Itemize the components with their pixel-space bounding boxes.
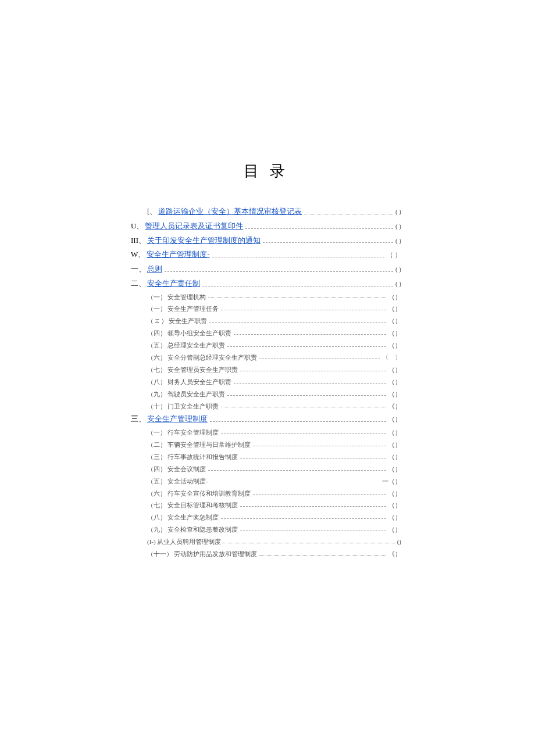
toc-leader: [240, 530, 386, 531]
toc-leader: [234, 382, 386, 384]
toc-label: 安全生产管理任务: [167, 303, 219, 315]
toc-prefix: （六）: [147, 352, 166, 364]
toc-entry: （三）行车事故统计和报告制度（）: [131, 451, 401, 463]
toc-entry[interactable]: U、管理人员记录表及证书复印件( ): [131, 219, 401, 234]
toc-entry[interactable]: 三、安全生产管理制度（）: [131, 412, 401, 427]
toc-page-ref: （）: [388, 499, 401, 511]
toc-page-ref: （）: [388, 511, 401, 524]
toc-entry[interactable]: 一、总则( ): [131, 262, 401, 277]
toc-leader: [259, 554, 386, 556]
toc-label: 领导小组安全生产职责: [167, 327, 231, 339]
toc-leader: [240, 506, 386, 507]
toc-entry[interactable]: III、关于印发安全生产管理制度的通知( ): [131, 234, 401, 248]
toc-prefix: 二、: [131, 277, 146, 291]
toc-prefix: （八）: [147, 376, 166, 388]
toc-entry[interactable]: 二、安全生产责任制( ): [131, 277, 401, 291]
toc-page-ref: （）: [388, 364, 401, 376]
toc-page-ref: （）: [388, 439, 401, 451]
toc-page-ref: （ ）: [387, 249, 401, 261]
toc-entry: （十）门卫安全生产职责《）: [131, 400, 401, 413]
toc-page-ref: （）: [388, 413, 401, 425]
toc-leader: [227, 346, 386, 347]
toc-entry: （四）安全会议制度（）: [131, 463, 401, 475]
toc-leader: [240, 457, 386, 458]
toc-prefix: （九）: [147, 388, 166, 400]
toc-prefix: (I-): [147, 536, 156, 548]
toc-label: 安全管理机构: [167, 291, 206, 303]
toc-prefix: 三、: [131, 412, 146, 427]
toc-page-ref: （）: [388, 339, 401, 352]
toc-leader: [263, 242, 393, 243]
toc-page-ref: （）: [388, 488, 401, 500]
toc-link[interactable]: 总则: [147, 262, 162, 277]
toc-link[interactable]: 安全生产管理制度-: [147, 248, 209, 262]
toc-page-ref: （）: [388, 388, 401, 400]
toc-entry[interactable]: W、安全生产管理制度-（ ）: [131, 248, 401, 262]
toc-leader: [259, 358, 380, 359]
toc-leader: [165, 271, 393, 272]
toc-page-ref: （）: [388, 451, 401, 463]
toc-leader: [221, 518, 386, 519]
toc-label: 安全生产职责: [169, 315, 207, 327]
toc-entry: （八）安全生产奖惩制度（）: [131, 511, 401, 524]
toc-label: 财务人员安全生产职责: [167, 376, 231, 388]
toc-leader: [221, 406, 386, 407]
toc-leader: [211, 482, 380, 483]
toc-leader: [208, 297, 386, 298]
toc-leader: [212, 256, 385, 257]
toc-prefix: （一）: [147, 427, 166, 439]
toc-entry: （一）行车安全管理制度（）: [131, 427, 401, 439]
toc-prefix: [、: [147, 205, 157, 219]
toc-entry: （六）行车安全宣传和培训教育制度（）: [131, 488, 401, 500]
toc-label: 安全会议制度: [167, 463, 206, 475]
page-title: 目 录: [131, 161, 401, 181]
toc-entry: （七）安全目标管理和考核制度（）: [131, 499, 401, 511]
toc-container: [、道路运输企业（安全）基本情况审核登记表( )U、管理人员记录表及证书复印件(…: [131, 205, 401, 560]
toc-leader: [240, 370, 386, 371]
toc-link[interactable]: 安全生产责任制: [147, 277, 200, 291]
toc-link[interactable]: 管理人员记录表及证书复印件: [145, 219, 243, 234]
toc-prefix: （十一）: [147, 548, 173, 560]
toc-page-ref: ( ): [395, 278, 401, 290]
toc-entry[interactable]: [、道路运输企业（安全）基本情况审核登记表( ): [131, 205, 401, 219]
toc-entry: （六）安全分管副总经理安全生产职责〈 〉: [131, 352, 401, 364]
toc-page-ref: 《）: [388, 400, 401, 413]
toc-page-ref: （）: [388, 327, 401, 339]
toc-page-ref: 《）: [388, 548, 401, 560]
toc-prefix: （五）: [147, 339, 166, 352]
toc-page-ref: ( ): [395, 263, 401, 275]
toc-page-ref: 〈 〉: [382, 352, 401, 364]
toc-leader: [208, 470, 386, 471]
toc-leader: [245, 228, 393, 229]
toc-label: 总经理安全生产职责: [167, 339, 225, 352]
toc-page-ref: ( ): [395, 235, 401, 247]
toc-leader: [253, 493, 386, 495]
toc-page-ref: （）: [388, 291, 401, 303]
toc-prefix: W、: [131, 248, 145, 262]
toc-entry: （五）安全活动制度-一（）: [131, 475, 401, 488]
toc-entry: （四）领导小组安全生产职责（）: [131, 327, 401, 339]
toc-prefix: （四）: [147, 463, 166, 475]
toc-leader: [210, 421, 386, 422]
toc-page-ref: （）: [388, 376, 401, 388]
toc-label: 劳动防护用品发放和管理制度: [174, 548, 257, 560]
toc-entry: （九）驾驶员安全生产职责（）: [131, 388, 401, 400]
toc-prefix: （二）: [147, 439, 166, 451]
toc-entry: （十一）劳动防护用品发放和管理制度《）: [131, 548, 401, 560]
toc-page-ref: 一（）: [382, 475, 401, 488]
toc-entry: （五）总经理安全生产职责（）: [131, 339, 401, 352]
toc-page-ref: （）: [388, 463, 401, 475]
toc-entry: (I-)从业人员聘用管理制度(): [131, 536, 401, 548]
toc-link[interactable]: 安全生产管理制度: [147, 412, 208, 427]
toc-prefix: （三）: [147, 451, 166, 463]
toc-label: 行车事故统计和报告制度: [167, 451, 238, 463]
toc-prefix: （一）: [147, 303, 166, 315]
toc-prefix: （ Ξ ）: [147, 315, 167, 327]
toc-label: 安全活动制度-: [167, 475, 208, 488]
toc-prefix: （七）: [147, 499, 166, 511]
toc-link[interactable]: 关于印发安全生产管理制度的通知: [147, 234, 261, 248]
toc-leader: [234, 334, 386, 335]
toc-page-ref: ( ): [395, 220, 401, 232]
toc-entry: （ Ξ ）安全生产职责（）: [131, 315, 401, 327]
toc-link[interactable]: 道路运输企业（安全）基本情况审核登记表: [158, 205, 302, 219]
